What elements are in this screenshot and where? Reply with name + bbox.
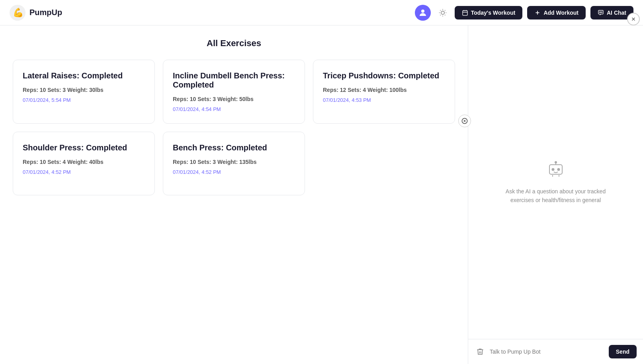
exercise-card-title: Tricep Pushdowns: Completed [323, 71, 445, 80]
exercise-card-date: 07/01/2024, 4:54 PM [173, 106, 295, 112]
svg-rect-12 [463, 10, 467, 15]
exercise-card-details: Reps: 10 Sets: 3 Weight: 30lbs [23, 87, 145, 93]
exercise-card: Bench Press: Completed Reps: 10 Sets: 3 … [163, 132, 305, 195]
exercises-area: All Exercises Lateral Raises: Completed … [0, 25, 468, 364]
ai-chat-panel: Ask the AI a question about your tracked… [468, 25, 643, 364]
exercise-card-title: Incline Dumbell Bench Press: Completed [173, 71, 295, 90]
ai-chat-clear-button[interactable] [475, 346, 486, 357]
today-workout-button[interactable]: Today's Workout [455, 6, 523, 19]
main-content: All Exercises Lateral Raises: Completed … [0, 25, 643, 364]
exercise-card: Incline Dumbell Bench Press: Completed R… [163, 60, 305, 124]
ai-chat-send-button[interactable]: Send [609, 345, 637, 358]
exercise-card-date: 07/01/2024, 4:52 PM [23, 169, 145, 175]
exercise-card: Shoulder Press: Completed Reps: 10 Sets:… [13, 132, 155, 195]
svg-line-10 [440, 15, 440, 15]
sun-icon [439, 9, 447, 17]
exercise-card-title: Shoulder Press: Completed [23, 143, 145, 152]
trash-icon [476, 348, 484, 356]
svg-point-3 [441, 11, 444, 14]
svg-point-19 [600, 12, 600, 12]
svg-point-20 [600, 12, 601, 12]
add-workout-button[interactable]: Add Workout [527, 6, 586, 19]
page-title: All Exercises [13, 38, 455, 49]
exercise-card-details: Reps: 10 Sets: 3 Weight: 135lbs [173, 159, 295, 165]
exercise-card-date: 07/01/2024, 5:54 PM [23, 97, 145, 103]
exercise-card-title: Bench Press: Completed [173, 143, 295, 152]
logo-icon: 💪 [10, 5, 25, 21]
svg-line-11 [445, 10, 445, 10]
exercise-card-details: Reps: 12 Sets: 4 Weight: 100lbs [323, 87, 445, 93]
svg-text:💪: 💪 [13, 7, 24, 18]
exercise-card: Tricep Pushdowns: Completed Reps: 12 Set… [313, 60, 455, 124]
svg-line-7 [445, 15, 445, 15]
svg-point-21 [602, 12, 602, 12]
exercise-card-date: 07/01/2024, 4:53 PM [323, 97, 445, 103]
exercise-card-details: Reps: 10 Sets: 4 Weight: 40lbs [23, 159, 145, 165]
ai-chat-placeholder: Ask the AI a question about your tracked… [500, 187, 612, 205]
plus-icon [534, 10, 541, 16]
ai-chat-input[interactable] [490, 348, 605, 355]
avatar[interactable] [415, 5, 431, 21]
logo-area: 💪 PumpUp [10, 5, 62, 21]
exercise-card-title: Lateral Raises: Completed [23, 71, 145, 80]
svg-point-2 [421, 10, 424, 13]
ai-chat-close-button[interactable] [627, 13, 640, 25]
ai-chat-body: Ask the AI a question about your tracked… [468, 25, 643, 339]
calendar-icon [462, 10, 468, 16]
close-icon [631, 16, 636, 22]
header: 💪 PumpUp [0, 0, 643, 25]
svg-line-6 [440, 10, 440, 10]
exercise-card-date: 07/01/2024, 4:52 PM [173, 169, 295, 175]
svg-point-23 [552, 168, 554, 170]
ai-chat-icon [598, 10, 604, 16]
exercise-card: Lateral Raises: Completed Reps: 10 Sets:… [13, 60, 155, 124]
exercise-card-details: Reps: 10 Sets: 3 Weight: 50lbs [173, 96, 295, 102]
chat-bot-icon [546, 160, 565, 181]
ai-chat-footer: Send [468, 339, 643, 364]
exercises-grid: Lateral Raises: Completed Reps: 10 Sets:… [13, 60, 455, 195]
x-circle-icon [461, 118, 468, 124]
theme-toggle-button[interactable] [436, 6, 450, 20]
ai-chat-close-outer-button[interactable] [458, 115, 471, 127]
svg-point-26 [555, 162, 557, 163]
svg-point-24 [557, 168, 559, 170]
header-right: Today's Workout Add Workout AI Chat [415, 5, 633, 21]
logo-text: PumpUp [29, 8, 62, 17]
